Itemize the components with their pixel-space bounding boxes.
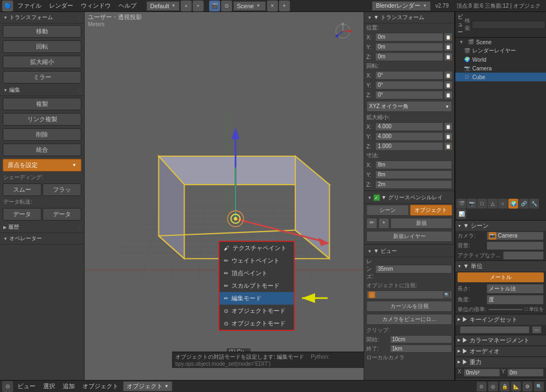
plus-btn[interactable]: + (378, 218, 389, 229)
close-scene-btn[interactable]: × (267, 1, 278, 11)
data-props-icon[interactable]: 📊 (456, 209, 466, 219)
pos-x-copy[interactable]: 📋 (444, 33, 452, 41)
view-btn-outliner[interactable]: ビュー (458, 13, 463, 36)
edit-section-header[interactable]: ▼ 編集 :: (0, 85, 84, 96)
data-button2[interactable]: データ (43, 208, 81, 221)
scene-btn[interactable]: シーン (366, 205, 409, 216)
camera-to-view-btn[interactable]: カメラをビューにロ... (366, 314, 452, 325)
color-mgmt-header[interactable]: ▶ ▶ カラーマネージメント (455, 335, 546, 346)
scene-props-icon[interactable]: 🎬 (456, 199, 466, 209)
menu-item-object2[interactable]: ⊙ オブジェクトモード (219, 317, 294, 330)
units-preset-btn[interactable]: メートル (458, 272, 544, 282)
right-tf-header[interactable]: ▼ ▼ トランスフォーム (364, 12, 454, 23)
render-engine-selector[interactable]: Blenderレンダー ▼ (372, 1, 431, 11)
bottom-icon5[interactable]: ⚙ (523, 382, 532, 391)
menu-item-vertex-paint[interactable]: ✏ 頂点ペイント (219, 267, 294, 280)
object-btn[interactable]: オブジェクト (410, 205, 453, 216)
grease-section-header[interactable]: ▼ ✓ ▼ グリースペンシルレイ (364, 192, 454, 204)
menu-item-weight-paint[interactable]: ✏ ウェイトペイント (219, 254, 294, 267)
flat-button[interactable]: フラッ (43, 183, 81, 196)
pos-z-copy[interactable]: 📋 (444, 53, 452, 61)
tree-item-camera[interactable]: 📷 Camera (455, 64, 546, 73)
scale-y-copy[interactable]: 📋 (444, 133, 452, 140)
cursor-focus-btn[interactable]: カーソルを注視 (366, 301, 452, 312)
clip-end-input[interactable]: 1km (390, 345, 452, 353)
focus-obj-picker[interactable]: 🔍 (443, 292, 450, 298)
history-section-header[interactable]: ▶ 履歴 :: (0, 222, 84, 233)
scale-unit-value[interactable] (488, 308, 523, 311)
add-scene-btn[interactable]: + (279, 1, 290, 11)
view-section-header[interactable]: ▼ ▼ ビュー (364, 246, 454, 257)
rot-z-copy[interactable]: 📋 (444, 91, 452, 99)
mesh-props-icon[interactable]: △ (488, 199, 497, 209)
render-props-icon[interactable]: 📷 (467, 199, 477, 209)
copy-button[interactable]: 複製 (3, 98, 81, 110)
units-section-header[interactable]: ▼ ▼ 単位 (455, 261, 546, 271)
context-menu[interactable]: 🖌 テクスチャペイント ✏ ウェイトペイント ✏ 頂点ペイント ✏ スカルプトモ… (218, 241, 295, 331)
material-props-icon[interactable]: ○ (498, 199, 508, 209)
menu-render[interactable]: レンダー (46, 1, 76, 11)
active-prop-value[interactable] (503, 251, 544, 260)
keying-minus[interactable]: — (532, 326, 542, 334)
gy-val[interactable]: 0m (507, 369, 544, 377)
camera-render-icon[interactable]: 🎬 (209, 1, 220, 11)
focus-obj-field[interactable]: □ 🔍 (366, 290, 452, 299)
scene-selector[interactable]: Scene ▼ (233, 1, 266, 11)
rot-x-input[interactable]: 0° (375, 71, 443, 80)
clip-start-input[interactable]: 10cm (390, 335, 452, 343)
dim-y-input[interactable]: 8m (375, 170, 452, 179)
tree-item-scene[interactable]: ▼ 🎬 Scene (455, 38, 546, 46)
viewport[interactable]: ユーザー・透視投影 Meters (85, 12, 364, 380)
bottom-icon2[interactable]: ◎ (488, 382, 498, 391)
bg-prop-value[interactable] (486, 241, 544, 250)
euler-selector[interactable]: XYZ オイラー角 ▼ (366, 101, 452, 112)
mirror-button[interactable]: ミラー (3, 71, 81, 84)
tree-item-world[interactable]: 🌍 World (455, 55, 546, 64)
rigid-header[interactable]: ▶ ▶ 剛体ワールド (455, 378, 546, 381)
bottom-icon4[interactable]: 📐 (511, 382, 521, 391)
object-props-icon[interactable]: □ (477, 199, 487, 209)
angle-value[interactable]: 度 (486, 295, 544, 305)
menu-help[interactable]: ヘルプ (115, 1, 140, 11)
lens-input[interactable]: 35mm (375, 265, 452, 274)
modifier-props-icon[interactable]: 🔧 (529, 199, 539, 209)
scale-z-copy[interactable]: 📋 (444, 142, 452, 150)
menu-item-texture-paint[interactable]: 🖌 テクスチャペイント (219, 242, 294, 254)
outliner-search-input[interactable] (472, 21, 545, 29)
tree-item-renderlayer[interactable]: 🎬 レンダーレイヤー (455, 46, 546, 55)
bottom-object[interactable]: オブジェクト (79, 381, 122, 391)
scale-y-input[interactable]: 4.000 (375, 132, 443, 141)
scale-button[interactable]: 拡大縮小 (3, 56, 81, 68)
constraint-props-icon[interactable]: 🔗 (519, 199, 529, 209)
rotate-button[interactable]: 回転 (3, 40, 81, 53)
blender-icon[interactable]: 🔵 (2, 1, 13, 11)
dim-x-input[interactable]: 8m (375, 161, 452, 169)
bottom-view[interactable]: ビュー (14, 381, 39, 391)
menu-item-sculpt[interactable]: ✏ スカルプトモード (219, 280, 294, 292)
camera-prop-value[interactable]: 📷 Camera (486, 231, 544, 240)
merge-button[interactable]: 統合 (3, 144, 81, 156)
grease-checkbox[interactable]: ✓ (373, 194, 380, 201)
close-layout-btn[interactable]: × (181, 1, 192, 11)
data-button1[interactable]: データ (3, 208, 41, 221)
scene-section-header[interactable]: ▼ ▼ シーン (455, 221, 546, 231)
mode-selector-bottom[interactable]: オブジェクト ▼ (123, 381, 173, 391)
delete-button[interactable]: 削除 (3, 128, 81, 141)
tree-item-cube[interactable]: □ Cube (455, 73, 546, 81)
smooth-button[interactable]: スムー (3, 183, 41, 196)
menu-file[interactable]: ファイル (14, 1, 45, 11)
scale-x-input[interactable]: 4.000 (375, 122, 443, 131)
menu-item-edit[interactable]: ✏ 編集モード (219, 292, 294, 305)
dim-z-input[interactable]: 2m (375, 180, 452, 189)
new-label-btn[interactable]: 新規 (390, 218, 452, 229)
scale-x-copy[interactable]: 📋 (444, 123, 452, 130)
new-layer-btn[interactable]: 新規レイヤー (366, 231, 452, 242)
transform-section-header[interactable]: ▼ トランスフォーム :: (0, 12, 84, 23)
add-layout-btn[interactable]: + (193, 1, 204, 11)
layout-selector[interactable]: Default ▼ (146, 1, 180, 11)
operator-section-header[interactable]: ▼ オペレーター (0, 233, 84, 245)
bottom-add[interactable]: 追加 (60, 381, 78, 391)
length-value[interactable]: メートル法 (486, 284, 544, 294)
menu-item-object1[interactable]: ⊙ オブジェクトモード (219, 305, 294, 317)
move-button[interactable]: 移動 (3, 25, 81, 38)
